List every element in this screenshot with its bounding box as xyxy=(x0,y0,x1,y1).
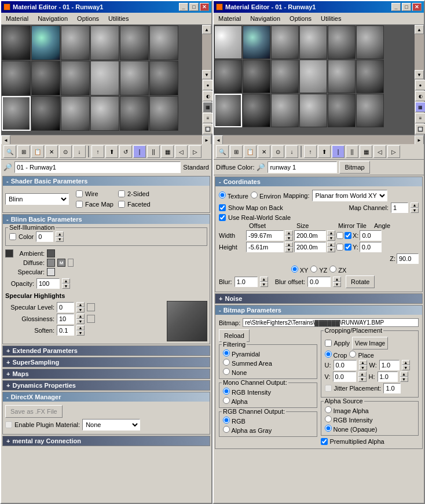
color-input[interactable] xyxy=(36,231,53,242)
right-delete-btn[interactable]: ✕ xyxy=(258,145,270,158)
blur-up[interactable]: ▲ xyxy=(260,277,268,282)
pyramidal-radio[interactable] xyxy=(223,350,230,356)
right-tool-3[interactable]: ▦ xyxy=(415,102,425,112)
map-channel-input[interactable] xyxy=(391,203,408,213)
tile-x-checkbox[interactable] xyxy=(345,232,351,239)
apply-checkbox[interactable] xyxy=(325,340,332,347)
mental-ray-header[interactable]: + mental ray Connection xyxy=(3,436,210,446)
right-h-left[interactable]: ◄ xyxy=(214,135,223,145)
right-minimize-btn[interactable]: _ xyxy=(391,3,401,11)
mat-ball-5[interactable] xyxy=(120,25,149,60)
diffuse-lock-btn[interactable] xyxy=(68,259,74,267)
w-size-up[interactable]: ▲ xyxy=(327,230,335,236)
width-size-input[interactable] xyxy=(294,230,326,241)
h-up[interactable]: ▲ xyxy=(400,371,408,377)
color-up[interactable]: ▲ xyxy=(56,231,64,237)
texture-radio[interactable] xyxy=(219,192,226,198)
summed-area-radio[interactable] xyxy=(223,359,230,366)
material-grid[interactable] xyxy=(1,25,202,135)
rmat-active[interactable] xyxy=(214,94,242,127)
v-input[interactable] xyxy=(333,371,356,382)
u-up[interactable]: ▲ xyxy=(359,360,367,365)
mirror-x-checkbox[interactable] xyxy=(336,232,343,239)
rmat-6[interactable] xyxy=(356,25,384,59)
right-menu-utilities[interactable]: Utilities xyxy=(318,14,343,23)
environ-radio[interactable] xyxy=(251,192,258,198)
right-pick-btn[interactable]: ⊙ xyxy=(272,145,284,158)
tool-5[interactable]: 🔲 xyxy=(203,124,213,134)
color-down[interactable]: ▼ xyxy=(56,237,64,242)
rmat-16[interactable] xyxy=(299,94,327,127)
right-maximize-btn[interactable]: □ xyxy=(402,3,411,11)
wire-checkbox[interactable] xyxy=(76,190,83,197)
right-copy-btn[interactable]: 📋 xyxy=(244,145,257,158)
right-menu-navigation[interactable]: Navigation xyxy=(248,14,283,23)
show2-btn[interactable]: || xyxy=(147,145,160,158)
rmat-9[interactable] xyxy=(271,60,299,93)
mat-ball-1[interactable] xyxy=(2,25,31,60)
right-show-btn[interactable]: | xyxy=(332,145,345,158)
plugin-select[interactable]: None xyxy=(82,419,140,431)
v-up[interactable]: ▲ xyxy=(358,371,367,377)
map-ch-down[interactable]: ▼ xyxy=(411,208,419,213)
rmat-11[interactable] xyxy=(328,60,356,93)
image-alpha-radio[interactable] xyxy=(325,406,332,413)
spec-level-input[interactable] xyxy=(57,302,74,312)
shader-basic-header[interactable]: - Shader Basic Parameters xyxy=(3,176,210,186)
h-off-up[interactable]: ▲ xyxy=(285,242,293,247)
directx-header[interactable]: - DirectX Manager xyxy=(3,392,210,402)
mapping-select[interactable]: Planar from World XYZ xyxy=(312,190,387,201)
alpha-rgb-radio[interactable] xyxy=(325,415,332,422)
maximize-btn[interactable]: □ xyxy=(189,3,199,11)
copy-btn[interactable]: 📋 xyxy=(31,145,44,158)
rmat-8[interactable] xyxy=(243,60,270,93)
right-multi-btn[interactable]: ⊞ xyxy=(230,145,243,158)
right-fwd-btn[interactable]: ▷ xyxy=(387,145,400,158)
right-scroll-area[interactable]: - Coordinates Texture Environ xyxy=(214,175,424,503)
jitter-input[interactable] xyxy=(383,383,401,393)
noise-header[interactable]: + Noise xyxy=(215,294,422,303)
delete-btn[interactable]: ✕ xyxy=(45,145,58,158)
h-size-up[interactable]: ▲ xyxy=(327,242,335,247)
shader-select[interactable]: Blinn xyxy=(5,193,69,205)
rmat-18[interactable] xyxy=(356,94,384,127)
blur-off-up[interactable]: ▲ xyxy=(333,277,341,282)
yz-radio[interactable] xyxy=(310,266,317,273)
diffuse-color[interactable] xyxy=(47,259,55,267)
blur-down[interactable]: ▼ xyxy=(260,282,268,287)
soften-up[interactable]: ▲ xyxy=(76,325,85,330)
rmat-14[interactable] xyxy=(243,94,270,127)
mat-ball-7[interactable] xyxy=(2,61,31,95)
dynamics-header[interactable]: + Dynamics Properties xyxy=(3,381,210,390)
map-ch-up[interactable]: ▲ xyxy=(411,203,419,208)
material-name-input[interactable] xyxy=(14,161,181,173)
reload-btn[interactable]: Reload xyxy=(219,329,250,342)
rmat-2[interactable] xyxy=(243,25,270,59)
right-menu-options[interactable]: Options xyxy=(287,14,314,23)
back-btn[interactable]: ◁ xyxy=(175,145,188,158)
mat-ball-16[interactable] xyxy=(90,96,119,131)
opacity-up[interactable]: ▲ xyxy=(62,278,70,284)
opacity-down[interactable]: ▼ xyxy=(62,284,70,289)
opacity-input[interactable] xyxy=(36,278,60,289)
faceted-checkbox[interactable] xyxy=(118,201,125,208)
width-offset-input[interactable] xyxy=(246,230,284,241)
w-down[interactable]: ▼ xyxy=(402,365,410,370)
tool-4[interactable]: ≡ xyxy=(203,113,213,123)
rmat-17[interactable] xyxy=(328,94,356,127)
right-show2-btn[interactable]: || xyxy=(346,145,358,158)
scroll-up-btn[interactable]: ▲ xyxy=(202,25,211,34)
h-size-down[interactable]: ▼ xyxy=(327,247,335,252)
rmat-12[interactable] xyxy=(356,60,384,93)
h-input[interactable] xyxy=(378,371,398,382)
glossiness-input[interactable] xyxy=(57,314,74,324)
h-off-down[interactable]: ▼ xyxy=(285,247,293,252)
color-checkbox[interactable] xyxy=(9,233,16,240)
menu-material[interactable]: Material xyxy=(3,14,31,23)
tool-2[interactable]: ◐ xyxy=(203,91,213,101)
alpha-radio[interactable] xyxy=(223,397,230,404)
w-off-down[interactable]: ▼ xyxy=(285,236,293,241)
xy-radio[interactable] xyxy=(291,266,298,273)
facemap-checkbox[interactable] xyxy=(76,201,83,208)
right-scroll-down[interactable]: ▼ xyxy=(415,70,424,79)
